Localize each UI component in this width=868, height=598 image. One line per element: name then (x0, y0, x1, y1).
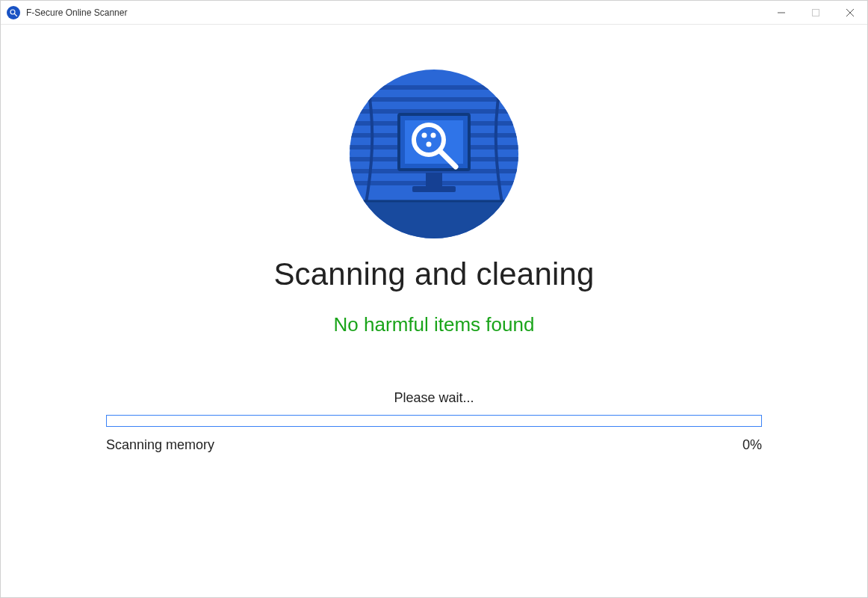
page-heading: Scanning and cleaning (273, 256, 594, 292)
scan-status-text: No harmful items found (334, 313, 535, 336)
window-controls (764, 1, 867, 24)
app-window: F-Secure Online Scanner (0, 0, 868, 598)
maximize-button (799, 1, 833, 24)
progress-percent-label: 0% (743, 437, 762, 453)
current-task-label: Scanning memory (106, 437, 214, 453)
progress-section: Scanning memory 0% (106, 415, 762, 453)
close-button[interactable] (833, 1, 867, 24)
svg-point-25 (422, 133, 427, 138)
content-area: Scanning and cleaning No harmful items f… (1, 25, 867, 597)
minimize-button[interactable] (764, 1, 799, 24)
window-title: F-Secure Online Scanner (26, 7, 127, 18)
svg-point-0 (10, 10, 15, 14)
svg-line-1 (15, 13, 17, 16)
titlebar: F-Secure Online Scanner (1, 1, 867, 25)
svg-rect-17 (350, 201, 518, 238)
svg-point-27 (427, 142, 432, 147)
app-logo-icon (7, 6, 20, 19)
svg-point-26 (431, 133, 436, 138)
svg-rect-22 (412, 186, 456, 192)
progress-bar (106, 415, 762, 427)
svg-rect-3 (813, 9, 819, 16)
scanning-illustration-icon (350, 70, 518, 238)
wait-text: Please wait... (394, 390, 474, 406)
svg-rect-21 (426, 173, 442, 186)
